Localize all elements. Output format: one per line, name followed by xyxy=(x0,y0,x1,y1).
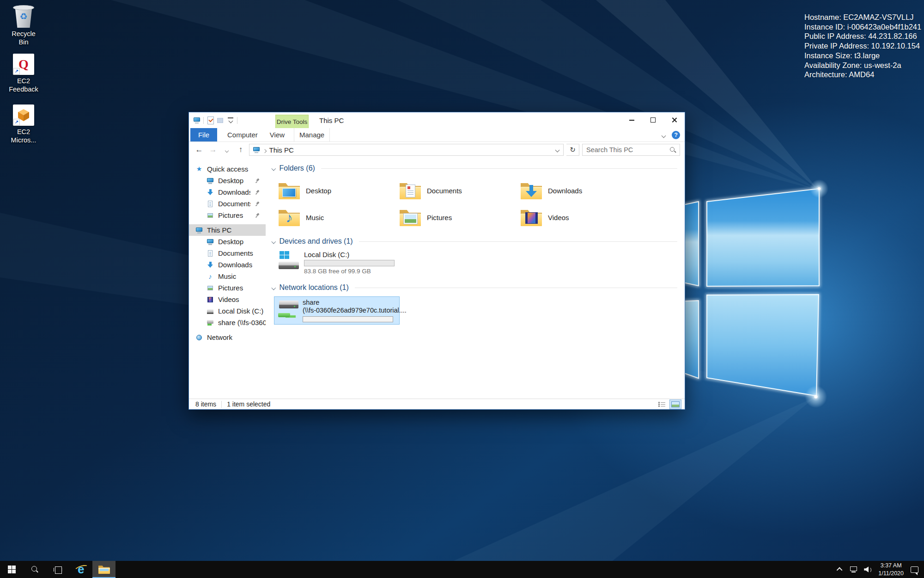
pictures-folder-icon xyxy=(400,209,421,226)
sidebar-item-music[interactable]: Music xyxy=(189,271,266,282)
maximize-button[interactable] xyxy=(642,112,663,128)
network-tray-icon[interactable] xyxy=(849,566,857,572)
sidebar-item-desktop[interactable]: Desktop xyxy=(189,236,266,247)
sidebar-item-network-share[interactable]: share (\\fs-0360fe26 xyxy=(189,317,266,328)
this-pc-icon xyxy=(253,146,260,154)
file-explorer-button[interactable] xyxy=(92,561,116,578)
ec2-feedback-icon: Q ↗ xyxy=(13,54,34,75)
expand-ribbon-chevron-icon[interactable] xyxy=(662,131,665,139)
sidebar-item-downloads[interactable]: Downloads xyxy=(189,259,266,271)
tile-music[interactable]: Music xyxy=(276,204,397,231)
share-path: (\\fs-0360fe26ad979e70c.tutorial.... xyxy=(303,307,407,314)
system-tray: 3:37 AM 1/11/2020 xyxy=(838,561,924,578)
videos-icon xyxy=(207,296,214,303)
taskbar: e 3:37 AM 1/11/2020 xyxy=(0,561,924,578)
sidebar-item-qa-pictures[interactable]: Pictures xyxy=(189,209,266,221)
volume-icon[interactable] xyxy=(864,566,871,572)
taskbar-clock[interactable]: 3:37 AM 1/11/2020 xyxy=(878,562,904,577)
sidebar-item-quick-access[interactable]: Quick access xyxy=(189,163,266,175)
videos-folder-icon xyxy=(521,209,542,226)
sysinfo-hostname: Hostname: EC2AMAZ-VS7VLLJ xyxy=(804,12,921,22)
forward-button[interactable]: → xyxy=(207,145,219,154)
search-input[interactable] xyxy=(586,146,669,154)
hard-drive-icon xyxy=(207,307,214,315)
thumbnail-view-button[interactable] xyxy=(670,400,681,409)
sysinfo-instance-size: Instance Size: t3.large xyxy=(804,51,921,61)
address-dropdown-chevron-icon[interactable] xyxy=(551,144,563,155)
sysinfo-instance-id: Instance ID: i-006423a0eb4f1b241 xyxy=(804,22,921,32)
status-bar: 8 items 1 item selected xyxy=(189,399,685,409)
customize-toolbar-chevron-icon[interactable] xyxy=(227,117,234,124)
start-button[interactable] xyxy=(0,561,23,578)
hidden-icons-chevron-icon[interactable] xyxy=(837,567,843,573)
shortcut-arrow-icon: ↗ xyxy=(13,119,20,125)
sidebar-item-qa-downloads[interactable]: Downloads xyxy=(189,186,266,198)
sysinfo-public-ip: Public IP Address: 44.231.82.166 xyxy=(804,31,921,41)
tile-documents[interactable]: Documents xyxy=(397,177,518,204)
folders-grid: Desktop Documents Downloads Music Pictur… xyxy=(276,177,677,231)
tile-local-disk-c[interactable]: Local Disk (C:) 83.8 GB free of 99.9 GB xyxy=(276,249,401,276)
desktop-icon xyxy=(207,177,214,184)
desktop-icon-ec2-feedback[interactable]: Q ↗ EC2 Feedback xyxy=(3,54,44,93)
tab-file[interactable]: File xyxy=(190,128,217,141)
tab-computer[interactable]: Computer xyxy=(222,128,263,141)
group-header-folders[interactable]: Folders (6) xyxy=(272,163,677,173)
sidebar-item-this-pc[interactable]: This PC xyxy=(189,224,266,236)
desktop-icon-recycle-bin[interactable]: ♻ Recycle Bin xyxy=(3,4,44,46)
breadcrumb-chevron-icon[interactable] xyxy=(263,146,266,154)
disk-usage-bar xyxy=(304,260,395,266)
sidebar-item-network[interactable]: Network xyxy=(189,332,266,343)
properties-icon[interactable] xyxy=(207,117,214,124)
tile-downloads[interactable]: Downloads xyxy=(518,177,639,204)
windows-logo-icon xyxy=(8,566,16,573)
tile-network-share-selected[interactable]: share (\\fs-0360fe26ad979e70c.tutorial..… xyxy=(274,296,400,325)
group-header-network-locations[interactable]: Network locations (1) xyxy=(272,283,677,293)
help-button[interactable]: ? xyxy=(672,131,680,139)
sidebar-item-documents[interactable]: Documents xyxy=(189,247,266,259)
network-icon xyxy=(195,334,203,341)
search-box[interactable] xyxy=(582,144,680,156)
pictures-icon xyxy=(207,284,214,292)
internet-explorer-button[interactable]: e xyxy=(69,561,92,578)
sysinfo-availability-zone: Availability Zone: us-west-2a xyxy=(804,61,921,70)
documents-icon xyxy=(207,250,214,257)
drive-tools-contextual-tab[interactable]: Drive Tools xyxy=(275,115,309,128)
task-view-button[interactable] xyxy=(46,561,69,578)
breadcrumb[interactable]: This PC xyxy=(269,146,294,154)
explorer-content: Quick access Desktop Downloads Documents… xyxy=(189,158,685,399)
recent-locations-chevron-icon[interactable] xyxy=(221,145,232,154)
sidebar-item-videos[interactable]: Videos xyxy=(189,294,266,305)
drive-name: Local Disk (C:) xyxy=(304,251,395,258)
refresh-button[interactable]: ↻ xyxy=(566,144,579,156)
downloads-icon xyxy=(207,189,214,196)
downloads-folder-icon xyxy=(521,182,542,199)
sidebar-item-qa-desktop[interactable]: Desktop xyxy=(189,175,266,186)
back-button[interactable]: ← xyxy=(194,145,205,154)
search-icon xyxy=(31,566,39,573)
address-bar[interactable]: This PC xyxy=(249,144,564,156)
sidebar-item-local-disk[interactable]: Local Disk (C:) xyxy=(189,305,266,317)
minimize-button[interactable] xyxy=(621,112,642,128)
system-menu-icon[interactable] xyxy=(193,117,201,124)
sysinfo-private-ip: Private IP Address: 10.192.10.154 xyxy=(804,41,921,51)
tile-desktop[interactable]: Desktop xyxy=(276,177,397,204)
tile-videos[interactable]: Videos xyxy=(518,204,639,231)
taskbar-search-button[interactable] xyxy=(23,561,46,578)
file-explorer-icon xyxy=(98,565,110,574)
new-folder-icon[interactable] xyxy=(217,117,224,124)
desktop-icon-label: EC2 Micros... xyxy=(6,128,41,144)
details-view-button[interactable] xyxy=(656,400,667,409)
up-button[interactable]: ↑ xyxy=(235,145,246,154)
task-view-icon xyxy=(54,566,62,573)
desktop-icon-label: EC2 Feedback xyxy=(6,77,41,93)
sidebar-item-qa-documents[interactable]: Documents xyxy=(189,198,266,209)
action-center-icon[interactable] xyxy=(911,566,918,573)
desktop-icon-ec2-microsoft[interactable]: ↗ EC2 Micros... xyxy=(3,105,44,144)
shortcut-arrow-icon: ↗ xyxy=(13,68,20,74)
group-header-devices[interactable]: Devices and drives (1) xyxy=(272,236,677,246)
tab-view[interactable]: View xyxy=(264,128,290,141)
sidebar-item-pictures[interactable]: Pictures xyxy=(189,282,266,294)
close-button[interactable] xyxy=(663,112,685,128)
tab-manage[interactable]: Manage xyxy=(294,128,330,141)
tile-pictures[interactable]: Pictures xyxy=(397,204,518,231)
